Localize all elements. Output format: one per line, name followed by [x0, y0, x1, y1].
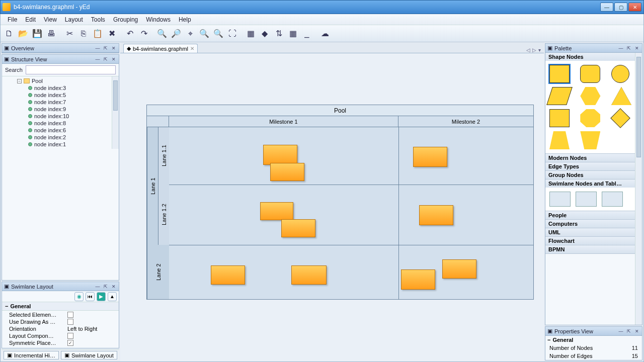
edge-mode-button[interactable]: ◆: [258, 27, 271, 40]
sl-symmetric-checkbox[interactable]: ✓: [67, 340, 73, 346]
undo-button[interactable]: ↶: [123, 27, 136, 40]
shape-trapezoid[interactable]: [549, 131, 570, 149]
shape-square[interactable]: [549, 109, 570, 127]
cut-button[interactable]: ✂: [63, 27, 76, 40]
graph-node[interactable]: [401, 269, 435, 290]
panel-pin[interactable]: ⇱: [626, 328, 632, 334]
snap-button[interactable]: ⎯: [300, 27, 313, 40]
tree-node[interactable]: node index:9: [2, 106, 119, 113]
tab-prev[interactable]: ◁: [526, 47, 530, 53]
shape-triangle[interactable]: [611, 87, 631, 105]
graph-node[interactable]: [211, 265, 245, 285]
panel-minimize[interactable]: —: [95, 284, 101, 290]
sl-usedrawing-checkbox[interactable]: [67, 319, 73, 325]
sec-computers[interactable]: Computers: [548, 221, 578, 227]
shape-trapezoid2[interactable]: [580, 131, 600, 149]
orth-edge-button[interactable]: ⇅: [272, 27, 285, 40]
tab-next[interactable]: ▷: [532, 47, 536, 53]
close-button[interactable]: ✕: [628, 3, 641, 12]
menu-help[interactable]: Help: [175, 15, 195, 24]
tree-scrollbar[interactable]: [112, 76, 119, 149]
tab-swimlane[interactable]: ▣Swimlane Layout: [61, 351, 117, 359]
menu-grouping[interactable]: Grouping: [109, 15, 142, 24]
tab-incremental[interactable]: ▣Incremental Hi…: [4, 351, 59, 359]
menu-file[interactable]: File: [4, 15, 21, 24]
swimlane-thumb-3[interactable]: [602, 192, 623, 207]
sl-up-button[interactable]: ▲: [108, 292, 117, 301]
panel-close[interactable]: ✕: [634, 45, 640, 51]
maximize-button[interactable]: ▢: [614, 3, 627, 12]
shape-diamond[interactable]: [610, 108, 630, 128]
menu-edit[interactable]: Edit: [21, 15, 40, 24]
sec-swimlane[interactable]: Swimlane Nodes and Tabl…: [548, 180, 622, 187]
panel-minimize[interactable]: —: [95, 56, 101, 62]
panel-pin[interactable]: ⇱: [626, 45, 632, 51]
sl-prev-button[interactable]: ⏮: [86, 292, 95, 301]
redo-button[interactable]: ↷: [137, 27, 150, 40]
print-button[interactable]: 🖶: [45, 27, 58, 40]
new-button[interactable]: 🗋: [3, 27, 16, 40]
sec-modern-nodes[interactable]: Modern Nodes: [548, 155, 587, 161]
panel-close[interactable]: ✕: [111, 45, 117, 51]
sl-selected-checkbox[interactable]: [67, 312, 73, 318]
tree-root[interactable]: Pool: [32, 78, 43, 84]
graph-node[interactable]: [419, 205, 453, 225]
shape-rounded-rect[interactable]: [580, 65, 600, 83]
panel-minimize[interactable]: —: [618, 45, 624, 51]
close-tab-icon[interactable]: ✕: [190, 46, 194, 51]
zoom-1to1-button[interactable]: ⌖: [184, 27, 197, 40]
zoom-sel2-button[interactable]: 🔍: [212, 27, 225, 40]
tree-node[interactable]: node index:2: [2, 134, 119, 141]
menu-windows[interactable]: Windows: [142, 15, 175, 24]
menu-view[interactable]: View: [40, 15, 61, 24]
grid-button[interactable]: ▦: [286, 27, 299, 40]
sl-reset-button[interactable]: ◉: [74, 292, 84, 301]
tree-node[interactable]: node index:10: [2, 113, 119, 120]
sec-uml[interactable]: UML: [548, 229, 560, 235]
cloud-button[interactable]: ☁: [318, 27, 332, 40]
expand-icon[interactable]: −: [547, 337, 550, 343]
fit-button[interactable]: ⛶: [226, 27, 239, 40]
shape-rectangle[interactable]: [549, 65, 570, 83]
graph-node[interactable]: [281, 219, 315, 237]
tree-node[interactable]: node index:8: [2, 120, 119, 127]
panel-pin[interactable]: ⇱: [103, 56, 109, 62]
graph-node[interactable]: [260, 202, 293, 220]
graph-node[interactable]: [263, 145, 297, 165]
tree-node[interactable]: node index:5: [2, 92, 119, 99]
save-button[interactable]: 💾: [31, 27, 44, 40]
tree-collapse-icon[interactable]: −: [17, 79, 22, 83]
search-input[interactable]: [26, 65, 116, 74]
menu-layout[interactable]: Layout: [61, 15, 87, 24]
sec-people[interactable]: People: [548, 212, 567, 218]
select-mode-button[interactable]: ▦: [244, 27, 257, 40]
sec-group-nodes[interactable]: Group Nodes: [548, 172, 584, 178]
open-button[interactable]: 📂: [17, 27, 30, 40]
swimlane-thumb-1[interactable]: [549, 192, 571, 207]
zoom-out-button[interactable]: 🔎: [170, 27, 183, 40]
minimize-button[interactable]: —: [600, 3, 613, 12]
panel-minimize[interactable]: —: [618, 328, 624, 334]
paste-button[interactable]: 📋: [91, 27, 104, 40]
tab-list[interactable]: ▾: [538, 47, 541, 53]
shape-hexagon[interactable]: [580, 87, 600, 105]
graph-node[interactable]: [291, 265, 327, 285]
sl-layoutcomp-checkbox[interactable]: [67, 333, 73, 339]
shape-octagon[interactable]: [580, 109, 600, 127]
panel-close[interactable]: ✕: [634, 328, 640, 334]
shape-ellipse[interactable]: [611, 65, 629, 83]
panel-pin[interactable]: ⇱: [103, 45, 109, 51]
sec-flowchart[interactable]: Flowchart: [548, 238, 575, 244]
tree-node[interactable]: node index:6: [2, 127, 119, 134]
zoom-in-button[interactable]: 🔍: [155, 27, 169, 40]
zoom-sel-button[interactable]: 🔍: [198, 27, 211, 40]
tree-node[interactable]: node index:1: [2, 141, 119, 148]
tree-node[interactable]: node index:3: [2, 84, 119, 92]
sl-orientation-value[interactable]: Left to Right: [67, 326, 116, 332]
document-tab[interactable]: ◆ b4-swimlanes.graphml ✕: [123, 44, 198, 53]
graph-node[interactable]: [413, 147, 447, 167]
panel-close[interactable]: ✕: [111, 56, 117, 62]
menu-tools[interactable]: Tools: [87, 15, 109, 24]
swimlane-thumb-2[interactable]: [576, 192, 597, 207]
copy-button[interactable]: ⎘: [77, 27, 90, 40]
